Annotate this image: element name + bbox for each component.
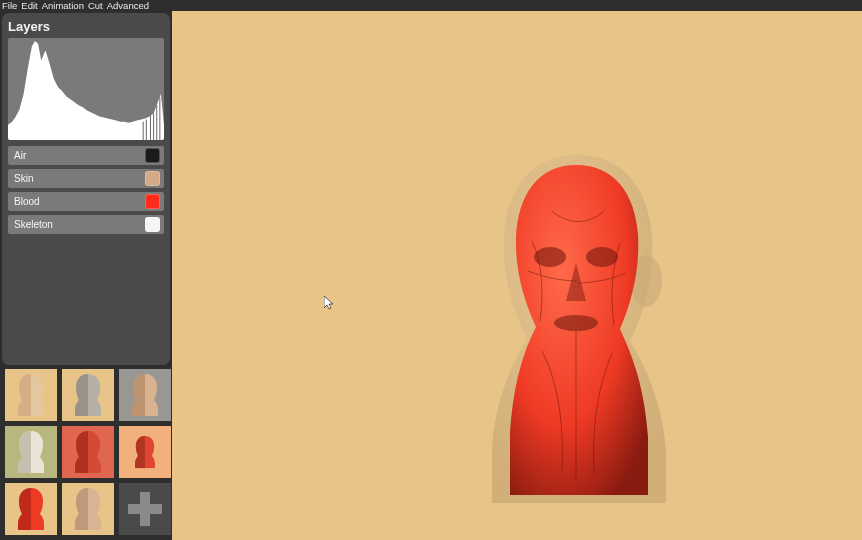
- layers-panel-title: Layers: [8, 19, 164, 34]
- preset-thumb[interactable]: [5, 483, 57, 535]
- head-icon: [14, 429, 48, 473]
- head-icon: [71, 486, 105, 530]
- cursor-icon: [324, 296, 334, 310]
- head-icon: [71, 372, 105, 416]
- menu-advanced[interactable]: Advanced: [107, 0, 149, 11]
- menu-edit[interactable]: Edit: [21, 0, 37, 11]
- viewport-3d[interactable]: [172, 11, 862, 540]
- layer-swatch[interactable]: [145, 171, 160, 186]
- svg-point-8: [534, 247, 566, 267]
- layer-row-blood[interactable]: Blood: [8, 192, 164, 211]
- preset-thumb[interactable]: [5, 369, 57, 421]
- head-icon: [128, 372, 162, 416]
- svg-point-10: [554, 315, 598, 331]
- preset-thumb[interactable]: [62, 426, 114, 478]
- preset-thumb[interactable]: [62, 483, 114, 535]
- menubar: File Edit Animation Cut Advanced: [0, 0, 862, 11]
- preset-thumb[interactable]: [119, 426, 171, 478]
- layers-panel: Layers Air: [2, 13, 170, 365]
- preset-thumb[interactable]: [62, 369, 114, 421]
- svg-point-9: [586, 247, 618, 267]
- layer-label: Skin: [14, 173, 145, 184]
- add-preset-button[interactable]: [119, 483, 171, 535]
- head-icon: [14, 372, 48, 416]
- menu-file[interactable]: File: [2, 0, 17, 11]
- head-icon: [14, 486, 48, 530]
- plus-icon: [128, 492, 162, 526]
- histogram-graph: [8, 38, 164, 140]
- preset-thumb[interactable]: [119, 369, 171, 421]
- layer-label: Skeleton: [14, 219, 145, 230]
- head-icon: [71, 429, 105, 473]
- layer-row-skin[interactable]: Skin: [8, 169, 164, 188]
- layer-row-air[interactable]: Air: [8, 146, 164, 165]
- svg-marker-0: [8, 41, 164, 140]
- head-icon: [132, 434, 158, 468]
- menu-animation[interactable]: Animation: [42, 0, 84, 11]
- layer-label: Air: [14, 150, 145, 161]
- layer-rows: Air Skin Blood Skeleton: [8, 146, 164, 234]
- preset-thumb[interactable]: [5, 426, 57, 478]
- histogram[interactable]: [8, 38, 164, 140]
- layer-row-skeleton[interactable]: Skeleton: [8, 215, 164, 234]
- main-area: Layers Air: [0, 11, 862, 540]
- layer-swatch[interactable]: [145, 194, 160, 209]
- layer-label: Blood: [14, 196, 145, 207]
- preset-grid: [2, 369, 170, 537]
- menu-cut[interactable]: Cut: [88, 0, 103, 11]
- layer-swatch[interactable]: [145, 217, 160, 232]
- sidebar: Layers Air: [0, 11, 172, 540]
- layer-swatch[interactable]: [145, 148, 160, 163]
- volume-render: [472, 151, 682, 506]
